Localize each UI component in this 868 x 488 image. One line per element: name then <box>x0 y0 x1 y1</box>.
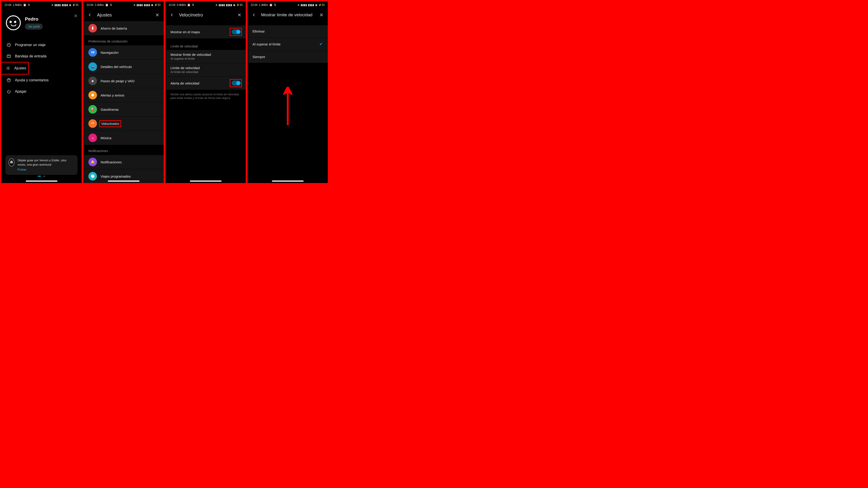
row-label: Pases de peaje y VAO <box>101 79 134 83</box>
signal2-icon: ▮▮▮▮ <box>308 3 314 6</box>
alarm-icon: ⏰ <box>105 3 108 6</box>
battery-icon <box>88 24 97 33</box>
row-label: Música <box>101 136 112 140</box>
car-icon: 🚗 <box>88 62 97 71</box>
row-show-on-map[interactable]: Mostrar en el mapa <box>165 25 246 39</box>
alarm-icon: ⏰ <box>187 3 191 6</box>
row-label-highlighted: Velocímetro <box>99 120 121 127</box>
screen-show-limit: 22:04 1.3kB/s ⏰ ⇅ ➤ ▮▮▮▮ ▮▮▮▮ ◉ ⚡33 Most… <box>248 1 328 183</box>
status-bar: 22:04 1.3kB/s ⏰ ⇅ ➤ ▮▮▮▮ ▮▮▮▮ ◉ ⚡33 <box>248 1 328 8</box>
menu-help[interactable]: Ayuda y comentarios <box>1 74 82 86</box>
back-button[interactable] <box>169 12 175 18</box>
row-battery[interactable]: Ahorro de batería <box>84 21 164 35</box>
status-net-speed: 2.3kB/s <box>95 3 104 6</box>
row-alerts[interactable]: Alertas y avisos <box>84 88 164 102</box>
svg-point-6 <box>91 94 94 96</box>
close-button[interactable] <box>155 12 160 18</box>
home-indicator <box>26 181 57 182</box>
row-gas[interactable]: ⛽ Gasolineras <box>84 102 164 117</box>
close-button[interactable] <box>73 13 79 19</box>
screen-settings: 22:04 2.3kB/s ⏰ ⇅ ➤ ▮▮▮▮ ▮▮▮▮ ◉ ⚡33 Ajus… <box>84 1 164 183</box>
bell-icon: 🔔 <box>88 158 97 166</box>
page-dot <box>43 176 45 177</box>
status-time: 22:04 <box>87 3 93 6</box>
alarm-icon: ⏰ <box>23 3 26 6</box>
screen-speedometer: 22:04 0.9kB/s ⏰ ⇅ ➤ ▮▮▮▮ ▮▮▮▮ ◉ ⚡33 Velo… <box>165 1 246 183</box>
check-icon: ✔ <box>319 41 323 46</box>
row-speed-alert[interactable]: Alerta de velocidad <box>165 76 246 90</box>
row-label: Notificaciones <box>101 160 122 164</box>
menu-trip[interactable]: Programar un viaje <box>1 39 82 51</box>
signal2-icon: ▮▮▮▮ <box>226 3 232 6</box>
wifi-icon: ◉ <box>151 3 153 6</box>
screen-profile: 22:04 1.5kB/s ⏰ ⇅ ➤ ▮▮▮▮ ▮▮▮▮ ◉ ⚡33 Pedr… <box>1 1 82 183</box>
promo-action[interactable]: Probar <box>18 168 74 172</box>
header: Velocímetro <box>165 8 246 21</box>
close-button[interactable] <box>237 12 242 18</box>
row-label: Mostrar en el mapa <box>170 30 199 34</box>
status-net-speed: 1.5kB/s <box>13 3 22 6</box>
location-icon: ➤ <box>133 3 135 6</box>
wifi-icon: ◉ <box>315 3 317 6</box>
annotation-arrow-up-icon <box>283 87 292 126</box>
view-profile-button[interactable]: Ver perfil <box>25 24 43 30</box>
menu-settings[interactable]: Ajustes <box>1 62 29 74</box>
signal1-icon: ▮▮▮▮ <box>301 3 307 6</box>
toggle-speed-alert[interactable] <box>232 80 241 86</box>
row-label: Límite de velocidad <box>170 66 241 70</box>
menu-inbox-label: Bandeja de entrada <box>15 54 46 58</box>
section-notifications: Notificaciones <box>84 145 164 155</box>
gas-icon: ⛽ <box>88 105 97 113</box>
row-music[interactable]: ♫ Música <box>84 131 164 145</box>
menu-help-label: Ayuda y comentarios <box>15 78 49 82</box>
page-title: Ajustes <box>97 12 150 18</box>
speedo-icon <box>88 119 97 128</box>
option-always[interactable]: Siempre <box>248 51 328 63</box>
back-button[interactable] <box>251 12 256 18</box>
row-label: Gasolineras <box>101 107 119 111</box>
signal1-icon: ▮▮▮▮ <box>136 3 143 6</box>
toll-icon: ◈ <box>88 76 97 85</box>
toggle-show-map[interactable] <box>232 29 241 34</box>
row-notifications[interactable]: 🔔 Notificaciones <box>84 155 164 169</box>
home-indicator <box>190 181 221 182</box>
menu-inbox[interactable]: Bandeja de entrada <box>1 51 82 62</box>
location-icon: ➤ <box>298 3 300 6</box>
row-speed-limit[interactable]: Límite de velocidad Al límite de velocid… <box>165 63 246 76</box>
header: Mostrar límite de velocidad <box>248 8 328 21</box>
row-label: Navegación <box>101 51 119 55</box>
row-label: Alerta de velocidad <box>170 81 199 85</box>
status-time: 22:04 <box>251 3 257 6</box>
wifi-icon: ◉ <box>69 3 71 6</box>
help-icon <box>6 78 11 83</box>
back-button[interactable] <box>87 12 92 18</box>
row-label: Ahorro de batería <box>101 26 127 30</box>
sync-icon: ⇅ <box>28 3 30 6</box>
option-label: Siempre <box>252 55 265 59</box>
clock-icon: 🕑 <box>88 172 97 181</box>
signal2-icon: ▮▮▮▮ <box>62 3 68 6</box>
option-exceed[interactable]: Al superar el límite ✔ <box>248 37 328 51</box>
row-label: Viajes programados <box>101 174 131 178</box>
promo-card[interactable]: Déjate guiar por Venom y Eddie: ¡dos voc… <box>5 155 78 175</box>
row-navigation[interactable]: 🗺 Navegación <box>84 45 164 60</box>
battery-icon: ⚡33 <box>318 3 324 6</box>
close-button[interactable] <box>319 12 324 18</box>
header: Ajustes <box>84 8 164 21</box>
menu-power[interactable]: Apagar <box>1 86 82 97</box>
row-toll[interactable]: ◈ Pases de peaje y VAO <box>84 74 164 88</box>
power-icon <box>6 89 11 94</box>
inbox-icon <box>6 54 11 59</box>
row-vehicle[interactable]: 🚗 Detalles del vehículo <box>84 60 164 74</box>
status-net-speed: 1.3kB/s <box>259 3 268 6</box>
nav-icon: 🗺 <box>88 48 97 57</box>
option-remove[interactable]: Eliminar <box>248 25 328 37</box>
option-label: Al superar el límite <box>252 42 281 46</box>
status-net-speed: 0.9kB/s <box>177 3 186 6</box>
signal1-icon: ▮▮▮▮ <box>55 3 61 6</box>
status-time: 22:04 <box>4 3 11 6</box>
alarm-icon: ⏰ <box>269 3 273 6</box>
row-show-limit[interactable]: Mostrar límite de velocidad Al superar e… <box>165 50 246 63</box>
row-speedometer[interactable]: Velocímetro <box>84 117 164 131</box>
home-indicator <box>272 181 304 182</box>
